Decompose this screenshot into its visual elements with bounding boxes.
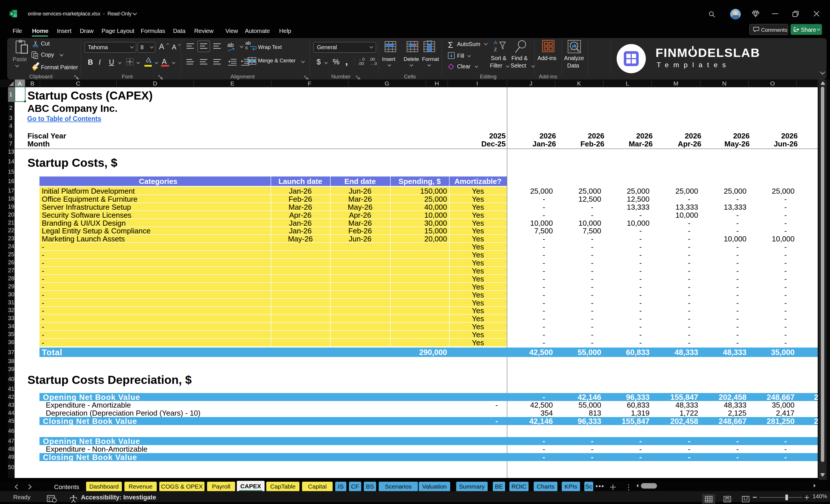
svg-text:x: x [10,12,12,16]
svg-text:Z: Z [494,47,497,52]
svg-text:A: A [494,40,498,45]
